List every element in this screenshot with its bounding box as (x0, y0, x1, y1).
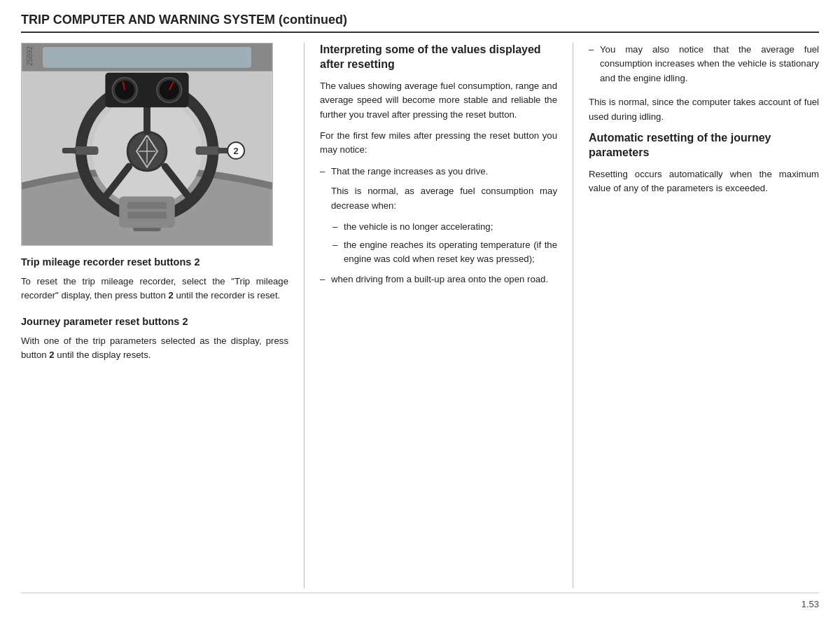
auto-reset-body: Resetting occurs automatically when the … (589, 167, 819, 196)
bullet-road: – when driving from a built-up area onto… (320, 272, 557, 286)
bullet-range: – That the range increases as you drive. (320, 165, 557, 179)
col2-para1: The values showing average fuel consumpt… (320, 79, 557, 122)
svg-point-23 (160, 81, 179, 100)
page-title: TRIP COMPUTER AND WARNING SYSTEM (contin… (21, 13, 819, 33)
content-area: 25892 (21, 43, 819, 588)
sub-para-1: This is normal, as average fuel consumpt… (331, 184, 557, 213)
svg-rect-14 (62, 148, 76, 153)
svg-rect-28 (127, 212, 167, 219)
column-1: 25892 (21, 43, 301, 588)
column-3: – You may also notice that the average f… (576, 43, 819, 588)
column-divider-1 (304, 43, 304, 588)
col3-normal-text: This is normal, since the computer takes… (589, 95, 819, 124)
interpreting-heading: Interpreting some of the values displaye… (320, 43, 557, 72)
col2-para2: For the first few miles after pressing t… (320, 129, 557, 158)
svg-rect-27 (127, 202, 167, 209)
svg-point-21 (115, 81, 134, 100)
sub-bullet-2: – the engine reaches its operating tempe… (332, 238, 557, 267)
svg-rect-15 (196, 146, 220, 155)
page-footer: 1.53 (21, 593, 819, 609)
car-interior-image: 25892 (21, 43, 273, 246)
column-2: Interpreting some of the values displaye… (307, 43, 570, 588)
journey-param-heading: Journey parameter reset buttons 2 (21, 315, 288, 329)
page-number: 1.53 (802, 599, 819, 609)
image-label: 25892 (26, 46, 34, 66)
column-divider-2 (573, 43, 573, 588)
sub-bullet-1: – the vehicle is no longer accelerating; (332, 220, 557, 234)
journey-param-bold: 2 (49, 350, 54, 360)
trip-mileage-bold: 2 (168, 290, 173, 300)
journey-param-body: With one of the trip parameters selected… (21, 334, 288, 363)
auto-reset-heading: Automatic resetting of the journey param… (589, 131, 819, 160)
svg-rect-13 (74, 146, 99, 155)
trip-mileage-heading: Trip mileage recorder reset buttons 2 (21, 256, 288, 270)
svg-text:2: 2 (234, 146, 239, 156)
svg-rect-2 (43, 47, 251, 68)
col3-bullet-fuel: – You may also notice that the average f… (589, 43, 819, 85)
sub-bullets: – the vehicle is no longer accelerating;… (320, 220, 557, 266)
trip-mileage-body: To reset the trip mileage recorder, sele… (21, 275, 288, 303)
